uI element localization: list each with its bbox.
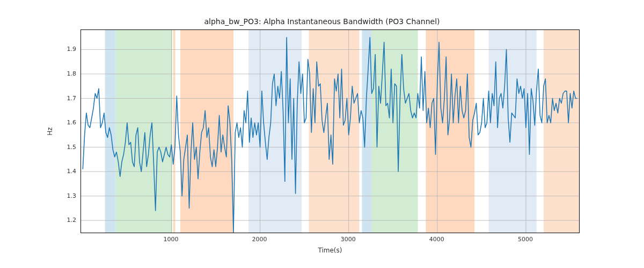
y-tick-label: 1.2	[67, 217, 77, 224]
figure: alpha_bw_PO3: Alpha Instantaneous Bandwi…	[0, 0, 644, 268]
background-region	[544, 30, 579, 233]
y-tick-label: 1.7	[67, 94, 77, 101]
x-axis-label: Time(s)	[80, 247, 580, 254]
background-region	[248, 30, 302, 233]
y-tick-label: 1.4	[67, 168, 77, 175]
background-region	[115, 30, 172, 233]
background-region	[372, 30, 418, 233]
background-region	[426, 30, 474, 233]
plot-axes	[80, 29, 580, 233]
y-tick-label: 1.9	[67, 46, 77, 53]
x-tick-label: 3000	[341, 236, 356, 243]
background-region	[489, 30, 537, 233]
chart-title: alpha_bw_PO3: Alpha Instantaneous Bandwi…	[0, 17, 644, 26]
x-tick-label: 4000	[429, 236, 444, 243]
y-tick-label: 1.3	[67, 192, 77, 199]
y-tick-label: 1.5	[67, 143, 77, 150]
background-region	[173, 30, 175, 233]
x-tick-label: 1000	[163, 236, 178, 243]
x-tick-label: 2000	[252, 236, 267, 243]
background-region	[309, 30, 359, 233]
y-tick-label: 1.8	[67, 70, 77, 77]
y-tick-label: 1.6	[67, 119, 77, 126]
x-tick-label: 5000	[518, 236, 533, 243]
y-axis-label: Hz	[46, 29, 54, 233]
